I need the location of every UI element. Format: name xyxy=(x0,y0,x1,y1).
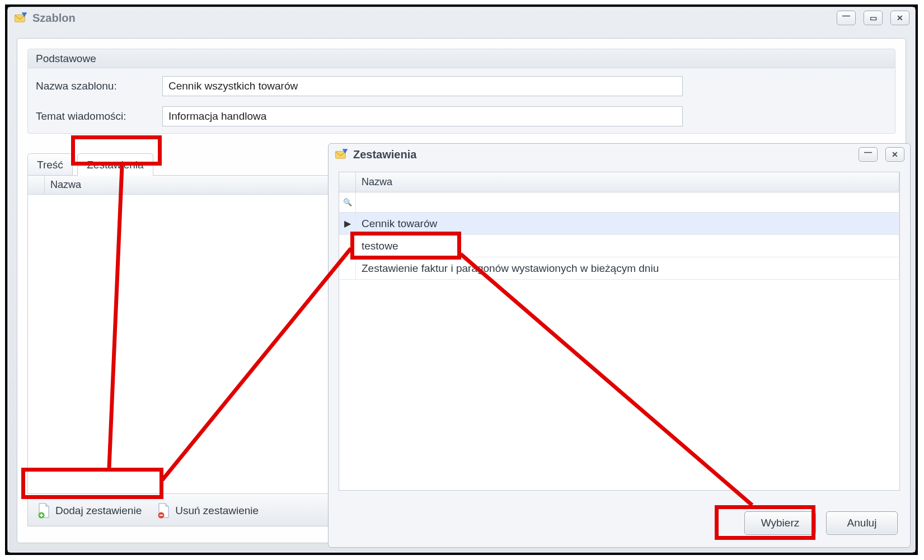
list-item[interactable]: testowe xyxy=(339,235,899,257)
row-indicator-icon xyxy=(339,235,356,257)
close-button[interactable]: ✕ xyxy=(890,11,909,25)
app-icon xyxy=(13,11,28,25)
dialog-grid[interactable]: Nazwa 🔍 ▶ Cennik towarów testowe Zestawi… xyxy=(339,172,900,491)
grid-body[interactable] xyxy=(28,195,335,493)
row-name: testowe xyxy=(356,235,899,257)
template-name-input[interactable] xyxy=(162,76,683,96)
row-indicator-icon: ▶ xyxy=(339,213,356,234)
document-add-icon xyxy=(37,503,51,519)
tab-reports[interactable]: Zestawienia xyxy=(77,153,153,176)
tabs: Treść Zestawienia xyxy=(27,150,335,176)
filter-key-icon: 🔍 xyxy=(339,192,356,212)
list-item[interactable]: Zestawienie faktur i paragonów wystawion… xyxy=(339,257,899,280)
subject-input[interactable] xyxy=(162,106,683,126)
svg-rect-0 xyxy=(15,15,25,22)
basic-fieldset: Podstawowe Nazwa szablonu: Temat wiadomo… xyxy=(27,49,895,134)
dialog-footer: Wybierz Anuluj xyxy=(744,511,898,535)
maximize-button[interactable]: ▭ xyxy=(864,11,883,25)
list-item[interactable]: ▶ Cennik towarów xyxy=(339,213,899,235)
dialog-title: Zestawienia xyxy=(353,148,851,161)
dialog-titlebar[interactable]: Zestawienia — ✕ xyxy=(329,144,910,167)
dialog-grid-column-name[interactable]: Nazwa xyxy=(356,172,899,192)
cancel-button[interactable]: Anuluj xyxy=(826,511,898,535)
filter-name-input[interactable] xyxy=(356,192,899,212)
grid-indicator-header xyxy=(28,176,45,194)
template-name-label: Nazwa szablonu: xyxy=(36,80,158,92)
reports-grid[interactable]: Nazwa xyxy=(27,175,335,494)
svg-rect-3 xyxy=(335,151,345,158)
grid-column-name[interactable]: Nazwa xyxy=(45,176,335,194)
row-indicator-icon xyxy=(339,257,356,279)
minimize-button[interactable]: — xyxy=(837,11,856,25)
window-title: Szablon xyxy=(32,12,829,25)
titlebar[interactable]: Szablon — ▭ ✕ xyxy=(8,7,915,31)
select-button[interactable]: Wybierz xyxy=(744,511,816,535)
row-name: Zestawienie faktur i paragonów wystawion… xyxy=(356,257,899,279)
grid-toolbar: Dodaj zestawienie Usuń zestawienie xyxy=(27,495,335,526)
remove-report-button[interactable]: Usuń zestawienie xyxy=(151,500,265,522)
document-remove-icon xyxy=(157,503,171,519)
dialog-filter-row[interactable]: 🔍 xyxy=(339,192,899,213)
row-name: Cennik towarów xyxy=(356,213,899,234)
dialog-close-button[interactable]: ✕ xyxy=(885,147,904,162)
subject-label: Temat wiadomości: xyxy=(36,110,158,123)
add-report-button[interactable]: Dodaj zestawienie xyxy=(31,500,148,522)
dialog-minimize-button[interactable]: — xyxy=(859,147,878,162)
dialog-grid-indicator-header xyxy=(339,172,356,192)
fieldset-legend: Podstawowe xyxy=(28,49,895,68)
tab-content[interactable]: Treść xyxy=(27,153,73,176)
remove-report-label: Usuń zestawienie xyxy=(175,505,259,517)
app-icon xyxy=(334,147,349,162)
reports-dialog: Zestawienia — ✕ Nazwa 🔍 ▶ Cennik towarów… xyxy=(328,143,911,548)
add-report-label: Dodaj zestawienie xyxy=(55,505,142,517)
